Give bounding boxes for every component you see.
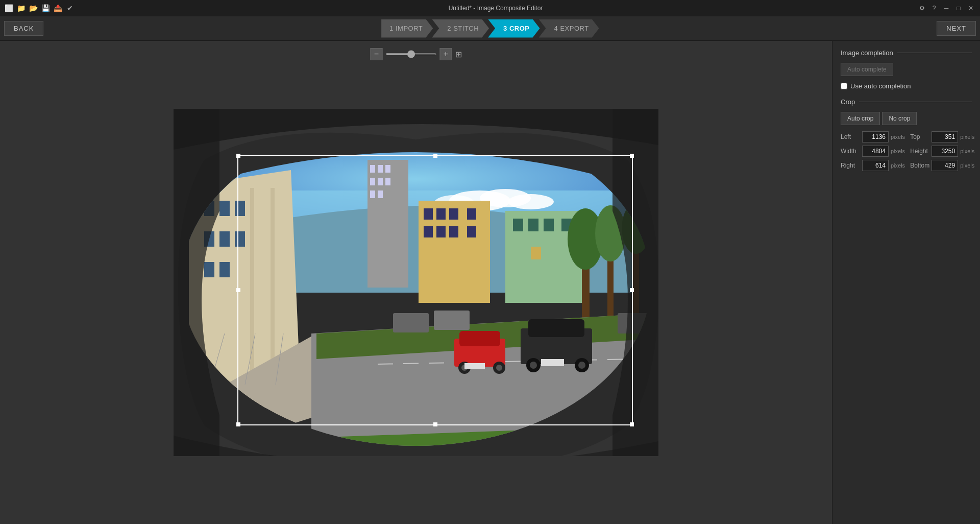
use-auto-completion-row: Use auto completion (841, 82, 972, 90)
svg-rect-31 (436, 226, 446, 237)
svg-rect-17 (370, 165, 375, 173)
svg-rect-22 (385, 178, 390, 185)
svg-rect-7 (219, 201, 230, 216)
svg-rect-24 (378, 190, 383, 198)
step-crop-number: 3 (503, 25, 507, 32)
svg-rect-26 (424, 208, 433, 220)
top-input[interactable] (932, 131, 958, 142)
close-button[interactable]: ✕ (966, 3, 976, 13)
svg-rect-18 (378, 165, 383, 173)
no-crop-button[interactable]: No crop (882, 112, 917, 125)
crop-section-header: Crop (841, 98, 972, 106)
window-title: Untitled* - Image Composite Editor (75, 5, 917, 12)
field-left: Left pixels (841, 131, 905, 142)
step-crop[interactable]: 3 CROP (488, 19, 540, 38)
svg-rect-47 (459, 331, 500, 346)
svg-rect-23 (370, 190, 375, 198)
left-input[interactable] (862, 131, 889, 142)
width-unit: pixels (891, 148, 905, 154)
use-auto-completion-checkbox[interactable] (841, 83, 847, 89)
svg-rect-54 (528, 319, 584, 337)
zoom-slider[interactable] (386, 53, 437, 55)
svg-rect-33 (467, 226, 476, 237)
help-button[interactable]: ? (929, 3, 939, 13)
crop-label: Crop (841, 98, 855, 106)
minimize-button[interactable]: ─ (941, 3, 951, 13)
save-icon[interactable]: 💾 (41, 4, 50, 13)
zoom-in-button[interactable]: + (440, 48, 452, 60)
step-stitch-label: STITCH (453, 25, 479, 32)
step-export[interactable]: 4 EXPORT (539, 19, 599, 38)
step-bar: BACK 1 IMPORT 2 STITCH 3 CROP 4 EXPORT N… (0, 16, 980, 41)
image-completion-label: Image completion (841, 49, 893, 57)
image-completion-header: Image completion (841, 49, 972, 57)
svg-point-51 (496, 365, 502, 371)
step-import-number: 1 (389, 25, 394, 32)
field-right: Right pixels (841, 160, 905, 171)
top-unit: pixels (960, 134, 974, 140)
step-stitch-number: 2 (447, 25, 451, 32)
left-unit: pixels (891, 134, 905, 140)
crop-buttons-group: Auto crop No crop (841, 112, 972, 125)
panorama-container (0, 41, 832, 524)
height-input[interactable] (932, 146, 958, 157)
auto-complete-group: Auto complete (841, 63, 972, 76)
zoom-controls: − + ⊞ (371, 48, 462, 60)
new-icon[interactable]: ⬜ (4, 4, 13, 13)
titlebar: ⬜ 📁 📂 💾 📤 ✔ Untitled* - Image Composite … (0, 0, 980, 16)
canvas-area[interactable]: − + ⊞ (0, 41, 832, 524)
step-export-label: EXPORT (560, 25, 589, 32)
next-button[interactable]: NEXT (937, 21, 976, 36)
open-project-icon[interactable]: 📁 (16, 4, 26, 13)
step-crop-label: CROP (509, 25, 530, 32)
svg-rect-13 (219, 262, 230, 277)
right-unit: pixels (891, 162, 905, 169)
maximize-button[interactable]: □ (953, 3, 964, 13)
svg-point-56 (530, 362, 537, 369)
svg-point-58 (578, 362, 585, 369)
back-button[interactable]: BACK (4, 21, 43, 36)
width-input[interactable] (862, 146, 889, 157)
export-icon[interactable]: 📤 (53, 4, 62, 13)
height-label: Height (910, 148, 929, 155)
open-icon[interactable]: 📂 (29, 4, 38, 13)
fit-view-icon[interactable]: ⊞ (455, 50, 462, 59)
step-import-label: IMPORT (396, 25, 423, 32)
svg-rect-10 (219, 231, 230, 247)
svg-rect-32 (449, 226, 458, 237)
auto-complete-button[interactable]: Auto complete (841, 63, 893, 76)
width-label: Width (841, 148, 860, 155)
crop-fields: Left pixels Top pixels Width pixels Heig… (841, 131, 972, 171)
svg-rect-60 (393, 313, 429, 332)
right-label: Right (841, 162, 860, 169)
svg-rect-37 (544, 219, 554, 231)
field-bottom: Bottom pixels (910, 160, 974, 171)
settings-button[interactable]: ⚙ (917, 3, 927, 13)
svg-rect-39 (531, 247, 541, 259)
svg-rect-61 (434, 311, 470, 330)
svg-rect-28 (449, 208, 458, 220)
auto-crop-button[interactable]: Auto crop (841, 112, 880, 125)
zoom-out-button[interactable]: − (371, 48, 383, 60)
titlebar-icons: ⬜ 📁 📂 💾 📤 ✔ (4, 4, 75, 13)
panorama-svg (174, 109, 658, 456)
svg-rect-12 (204, 262, 214, 277)
svg-rect-59 (541, 359, 564, 366)
main-area: − + ⊞ (0, 41, 980, 524)
svg-rect-21 (378, 178, 383, 185)
panorama-image (174, 109, 658, 456)
svg-rect-8 (235, 201, 245, 216)
step-stitch[interactable]: 2 STITCH (432, 19, 489, 38)
svg-rect-52 (464, 363, 485, 369)
bottom-input[interactable] (932, 160, 958, 171)
step-import[interactable]: 1 IMPORT (381, 19, 433, 38)
field-height: Height pixels (910, 146, 974, 157)
right-panel: Image completion Auto complete Use auto … (832, 41, 980, 524)
svg-rect-11 (235, 231, 245, 247)
step-export-number: 4 (554, 25, 558, 32)
top-label: Top (910, 133, 929, 140)
check-icon[interactable]: ✔ (65, 4, 75, 13)
right-input[interactable] (862, 160, 889, 171)
field-width: Width pixels (841, 146, 905, 157)
svg-rect-20 (370, 178, 375, 185)
